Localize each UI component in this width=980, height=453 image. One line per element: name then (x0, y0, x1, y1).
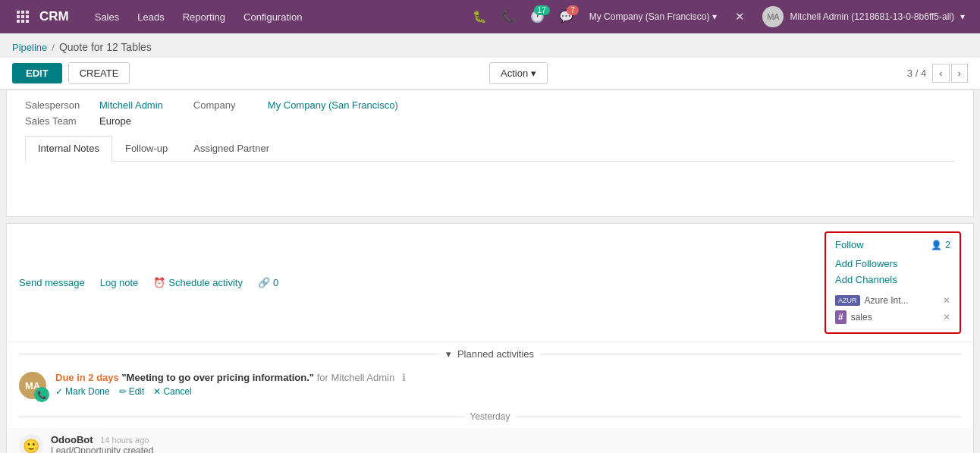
follow-widget: Follow 👤 2 Add Followers Add Channels AZ… (825, 231, 961, 334)
yesterday-label: Yesterday (470, 411, 510, 422)
clock-badge: 17 (534, 5, 550, 15)
day-divider-right (516, 417, 961, 417)
odobot-name: OdooBot (51, 434, 93, 445)
schedule-activity-icon: ⏰ (153, 277, 165, 288)
planned-activities-label: Planned activities (457, 348, 534, 360)
app-name: CRM (39, 9, 69, 24)
nav-arrows: ‹ › (932, 64, 968, 83)
odobot-entry: 🙂 OdooBot 14 hours ago Lead/Opportunity … (7, 428, 973, 453)
attachments-button[interactable]: 🔗 0 (258, 277, 278, 288)
create-button[interactable]: CREATE (68, 62, 130, 84)
log-note-button[interactable]: Log note (100, 277, 139, 288)
salesperson-field: Salesperson Mitchell Admin (25, 99, 163, 111)
breadcrumb-parent[interactable]: Pipeline (12, 42, 47, 53)
activity-avatar: MA 📞 (19, 372, 46, 399)
nav-count: 3 / 4 (907, 68, 926, 79)
activity-due: Due in 2 days (55, 372, 119, 383)
chat-badge: 7 (567, 5, 579, 15)
section-arrow: ▾ (446, 348, 451, 360)
svg-rect-0 (17, 11, 20, 14)
user-name: Mitchell Admin (1218681-13-0-8b6ff5-all) (790, 11, 954, 22)
menu-configuration[interactable]: Configuration (236, 0, 309, 33)
add-followers-link[interactable]: Add Followers (835, 256, 950, 271)
menu-reporting[interactable]: Reporting (175, 0, 233, 33)
chat-badge-icon[interactable]: 💬7 (554, 5, 579, 29)
send-message-button[interactable]: Send message (19, 277, 85, 288)
form-row-1: Salesperson Mitchell Admin Company My Co… (25, 99, 955, 111)
mark-done-button[interactable]: ✓ Mark Done (55, 386, 110, 397)
svg-rect-2 (26, 11, 29, 14)
phone-icon[interactable]: 📞 (497, 5, 521, 29)
nav-prev-button[interactable]: ‹ (932, 64, 949, 83)
menu-sales[interactable]: Sales (87, 0, 127, 33)
menu-leads[interactable]: Leads (130, 0, 171, 33)
breadcrumb: Pipeline / Quote for 12 Tables (0, 33, 980, 58)
breadcrumb-separator: / (52, 42, 55, 53)
svg-rect-5 (26, 15, 29, 18)
follower-azure-icon: AZUR (835, 295, 860, 306)
bug-icon[interactable]: 🐛 (468, 5, 492, 29)
action-bar: EDIT CREATE Action ▾ 3 / 4 ‹ › (0, 58, 980, 90)
follower-hash-remove[interactable]: ✕ (943, 312, 950, 322)
nav-next-button[interactable]: › (951, 64, 968, 83)
add-channels-link[interactable]: Add Channels (835, 272, 950, 287)
cancel-icon: ✕ (153, 386, 161, 397)
follow-links: Add Followers Add Channels (835, 256, 950, 287)
svg-rect-4 (21, 15, 24, 18)
cancel-activity-button[interactable]: ✕ Cancel (153, 386, 191, 397)
divider-left (19, 354, 440, 354)
activity-header: Due in 2 days "Meeting to go over pricin… (55, 372, 961, 383)
salesperson-label: Salesperson (25, 99, 93, 111)
tab-bar: Internal Notes Follow-up Assigned Partne… (25, 136, 955, 162)
action-button[interactable]: Action ▾ (489, 62, 548, 84)
svg-rect-3 (17, 15, 20, 18)
pencil-icon: ✏ (119, 386, 127, 397)
follower-icon: 👤 (931, 240, 942, 250)
chatter-action-bar: Send message Log note ⏰ Schedule activit… (7, 224, 973, 342)
grid-menu-icon[interactable] (9, 0, 36, 33)
attachment-icon: 🔗 (258, 277, 270, 288)
salesperson-value[interactable]: Mitchell Admin (99, 99, 163, 111)
follower-item-1: # sales ✕ (835, 308, 950, 326)
schedule-activity-button[interactable]: ⏰ Schedule activity (153, 277, 243, 288)
follower-azure-name: Azure Int... (865, 295, 939, 306)
activity-message: "Meeting to go over pricing information.… (121, 372, 405, 383)
user-menu[interactable]: MA Mitchell Admin (1218681-13-0-8b6ff5-a… (756, 6, 971, 27)
tab-assigned-partner[interactable]: Assigned Partner (181, 136, 282, 161)
day-divider-left (19, 417, 464, 417)
svg-rect-6 (17, 20, 20, 23)
company-value[interactable]: My Company (San Francisco) (268, 99, 398, 111)
tab-follow-up[interactable]: Follow-up (112, 136, 181, 161)
attachments-count: 0 (273, 277, 278, 288)
breadcrumb-current: Quote for 12 Tables (59, 41, 152, 53)
svg-rect-8 (26, 20, 29, 23)
sales-team-label: Sales Team (25, 115, 93, 127)
company-selector[interactable]: My Company (San Francisco) ▾ (583, 11, 724, 22)
odobot-time: 14 hours ago (100, 436, 149, 445)
clock-badge-icon[interactable]: 🕐17 (526, 5, 550, 29)
activity-item: MA 📞 Due in 2 days "Meeting to go over p… (7, 366, 973, 405)
edit-button[interactable]: EDIT (12, 63, 62, 83)
company-field: Company My Company (San Francisco) (193, 99, 398, 111)
tab-internal-notes[interactable]: Internal Notes (25, 136, 112, 162)
svg-rect-7 (21, 20, 24, 23)
follow-button[interactable]: Follow (835, 239, 864, 250)
activity-for: for Mitchell Admin (317, 372, 395, 383)
top-menu: Sales Leads Reporting Configuration (87, 0, 468, 33)
chatter: Send message Log note ⏰ Schedule activit… (6, 223, 974, 453)
checkmark-icon: ✓ (55, 386, 63, 397)
action-label: Action (501, 68, 528, 79)
odobot-message: Lead/Opportunity created (51, 445, 153, 453)
planned-activities-section: ▾ Planned activities (7, 342, 973, 366)
follower-count: 2 (945, 240, 950, 250)
yesterday-divider: Yesterday (7, 405, 973, 428)
sales-team-field: Sales Team Europe (25, 115, 131, 127)
user-avatar: MA (762, 6, 784, 27)
sales-team-value: Europe (99, 115, 131, 127)
activity-body: Due in 2 days "Meeting to go over pricin… (55, 372, 961, 397)
close-icon[interactable]: ✕ (727, 5, 752, 29)
activity-info-icon[interactable]: ℹ (402, 372, 406, 383)
follower-azure-remove[interactable]: ✕ (943, 295, 950, 306)
edit-activity-button[interactable]: ✏ Edit (119, 386, 145, 397)
odobot-body: OdooBot 14 hours ago Lead/Opportunity cr… (51, 434, 153, 453)
